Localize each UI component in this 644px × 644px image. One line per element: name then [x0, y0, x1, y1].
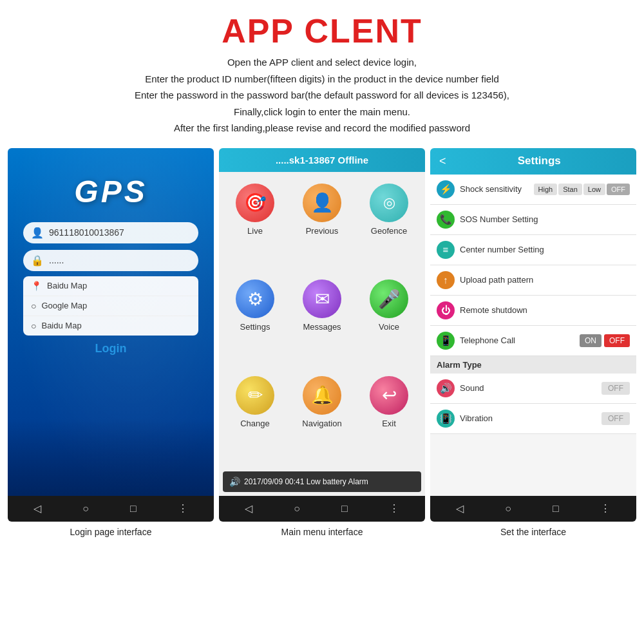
user-icon: 👤: [31, 227, 44, 239]
settings-bg: < Settings ⚡ Shock sensitivity High Stan…: [430, 148, 636, 496]
menu-item-navigation[interactable]: 🔔 Navigation: [290, 371, 354, 465]
menu-nav-back[interactable]: ◁: [245, 502, 252, 515]
lock-icon: 🔒: [31, 254, 44, 267]
menu-nav-dots[interactable]: ⋮: [389, 502, 399, 515]
center-number-row[interactable]: ≡ Center number Setting: [430, 235, 636, 265]
settings-nav-back[interactable]: ◁: [456, 502, 464, 515]
sos-number-row[interactable]: 📞 SOS Number Setting: [430, 205, 636, 235]
menu-item-voice[interactable]: 🎤 Voice: [357, 274, 421, 368]
desc-line1: Open the APP client and select device lo…: [227, 57, 417, 68]
menu-item-live[interactable]: 🎯 Live: [223, 178, 287, 272]
live-label: Live: [247, 226, 263, 236]
header: APP CLENT Open the APP client and select…: [0, 0, 644, 148]
nav-square[interactable]: □: [130, 503, 137, 515]
change-icon: ✏: [236, 376, 274, 415]
shock-low-btn[interactable]: Low: [583, 184, 605, 195]
telephone-label: Telephone Call: [460, 336, 574, 345]
alarm-bar: 🔊 2017/09/09 00:41 Low battery Alarm: [223, 471, 421, 492]
menu-item-settings[interactable]: ⚙ Settings: [223, 274, 287, 368]
settings-title: Settings: [451, 155, 627, 167]
shock-label: Shock sensitivity: [460, 184, 529, 194]
login-form: 👤 961118010013867 🔒 ......: [23, 222, 198, 271]
menu-screen-label: Main menu interface: [281, 527, 363, 537]
login-button[interactable]: Login: [95, 342, 127, 355]
settings-nav-dots[interactable]: ⋮: [600, 502, 611, 515]
desc-line4: Finally,click login to enter the main me…: [234, 106, 410, 117]
navigation-icon: 🔔: [303, 376, 341, 415]
sound-toggle[interactable]: OFF: [601, 382, 630, 395]
password-value: ......: [49, 255, 64, 265]
password-field[interactable]: 🔒 ......: [23, 250, 198, 271]
map-icon-1: 📍: [31, 281, 42, 291]
upload-label: Upload path pattern: [460, 275, 630, 285]
shock-icon: ⚡: [437, 180, 455, 198]
desc-line5: After the first landing,please revise an…: [174, 122, 470, 133]
previous-label: Previous: [306, 226, 339, 236]
desc-line2: Enter the product ID number(fifteen digi…: [145, 73, 498, 84]
telephone-toggle: ON OFF: [580, 334, 630, 347]
menu-item-change[interactable]: ✏ Change: [223, 371, 287, 465]
nav-dots[interactable]: ⋮: [178, 502, 188, 515]
vibration-label: Vibration: [460, 413, 596, 423]
screens-container: GPS 👤 961118010013867 🔒 ...... 📍 Baidu M…: [0, 148, 644, 537]
map-icon-3: ○: [31, 321, 36, 331]
nav-home[interactable]: ○: [82, 503, 89, 515]
exit-label: Exit: [382, 419, 396, 428]
device-id-value: 961118010013867: [49, 227, 124, 238]
geofence-icon: ◎: [370, 184, 408, 222]
alarm-type-header: Alarm Type: [430, 356, 636, 374]
messages-label: Messages: [303, 322, 341, 332]
map-dropdown[interactable]: 📍 Baidu Map ○ Google Map ○ Baidu Map: [23, 276, 198, 336]
menu-nav-home[interactable]: ○: [294, 503, 300, 515]
settings-icon: ⚙: [236, 279, 274, 318]
map-option-3[interactable]: ○ Baidu Map: [23, 316, 198, 336]
shutdown-label: Remote shutdown: [460, 305, 630, 315]
map-option-label-3: Baidu Map: [41, 321, 81, 330]
device-id-field[interactable]: 👤 961118010013867: [23, 222, 198, 243]
menu-nav-square[interactable]: □: [341, 503, 348, 515]
menu-item-geofence[interactable]: ◎ Geofence: [357, 178, 421, 272]
nav-back[interactable]: ◁: [33, 502, 41, 515]
login-screen-wrapper: GPS 👤 961118010013867 🔒 ...... 📍 Baidu M…: [8, 148, 214, 537]
menu-screen-wrapper: .....sk1-13867 Offline 🎯 Live 👤 Previous: [219, 148, 425, 537]
alarm-text: 2017/09/09 00:41 Low battery Alarm: [244, 477, 368, 486]
vibration-row: 📳 Vibration OFF: [430, 404, 636, 434]
upload-icon: ↑: [437, 271, 455, 289]
remote-shutdown-row[interactable]: ⏻ Remote shutdown: [430, 296, 636, 326]
map-option-2[interactable]: ○ Google Map: [23, 296, 198, 316]
sound-row: 🔊 Sound OFF: [430, 374, 636, 404]
upload-path-row[interactable]: ↑ Upload path pattern: [430, 265, 636, 296]
app-title: APP CLENT: [6, 12, 638, 50]
settings-label: Settings: [240, 322, 270, 332]
menu-item-messages[interactable]: ✉ Messages: [290, 274, 354, 368]
shock-stan-btn[interactable]: Stan: [558, 184, 582, 195]
shock-high-btn[interactable]: High: [534, 184, 558, 195]
telephone-off-btn[interactable]: OFF: [604, 334, 630, 347]
settings-screen-wrapper: < Settings ⚡ Shock sensitivity High Stan…: [430, 148, 636, 537]
vibration-icon: 📳: [437, 410, 455, 428]
map-option-label-1: Baidu Map: [47, 281, 87, 290]
settings-nav-home[interactable]: ○: [505, 503, 511, 515]
city-silhouette: [8, 419, 214, 496]
shock-off-btn[interactable]: OFF: [607, 184, 630, 195]
settings-nav-square[interactable]: □: [553, 503, 559, 515]
messages-icon: ✉: [303, 279, 341, 318]
center-icon: ≡: [437, 241, 455, 259]
telephone-on-btn[interactable]: ON: [580, 334, 601, 347]
voice-label: Voice: [379, 322, 399, 332]
shock-sensitivity-row: ⚡ Shock sensitivity High Stan Low OFF: [430, 175, 636, 205]
map-option-1[interactable]: 📍 Baidu Map: [23, 276, 198, 296]
settings-header: < Settings: [430, 148, 636, 175]
gps-logo: GPS: [74, 174, 147, 209]
voice-icon: 🎤: [370, 279, 408, 318]
back-button[interactable]: <: [439, 155, 446, 168]
navigation-label: Navigation: [302, 419, 341, 428]
vibration-toggle[interactable]: OFF: [601, 412, 630, 425]
settings-screen: < Settings ⚡ Shock sensitivity High Stan…: [430, 148, 636, 522]
menu-navbar: ◁ ○ □ ⋮: [219, 496, 425, 522]
telephone-call-row: 📱 Telephone Call ON OFF: [430, 326, 636, 356]
menu-item-exit[interactable]: ↩ Exit: [357, 371, 421, 465]
menu-item-previous[interactable]: 👤 Previous: [290, 178, 354, 272]
sound-icon: 🔊: [437, 379, 455, 397]
change-label: Change: [240, 419, 270, 428]
